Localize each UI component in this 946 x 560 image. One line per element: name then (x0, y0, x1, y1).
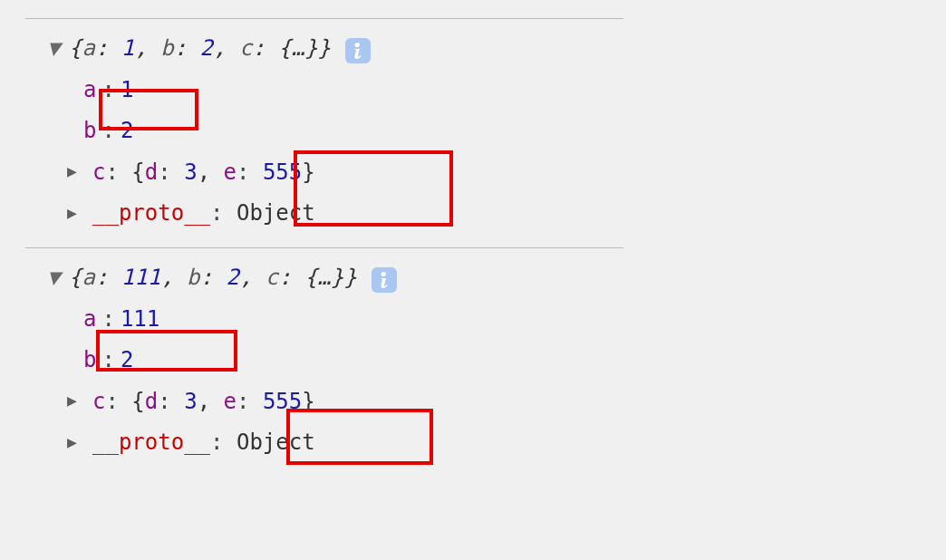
property-row[interactable]: a: 1 (22, 70, 924, 111)
summary-text: {a: 111, b: 2, c: {…}} (69, 257, 357, 299)
property-row[interactable]: b: 2 (22, 340, 924, 381)
disclosure-right-icon[interactable]: ▶ (67, 156, 83, 187)
property-row[interactable]: a: 111 (22, 299, 924, 341)
property-key: a (83, 299, 96, 341)
property-row-proto[interactable]: ▶ __proto__: Object (22, 193, 924, 235)
property-row-object[interactable]: ▶ c: {d: 3, e: 555} (22, 152, 924, 194)
summary-text: {a: 1, b: 2, c: {…}} (69, 28, 331, 70)
property-row-proto[interactable]: ▶ __proto__: Object (22, 422, 924, 464)
property-key: b (83, 111, 96, 152)
disclosure-down-icon[interactable]: ▼ (47, 28, 63, 70)
property-row[interactable]: b: 2 (22, 111, 924, 152)
property-key: b (83, 340, 96, 381)
property-key: a (83, 70, 96, 111)
proto-key: __proto__ (92, 430, 210, 455)
property-key: c (92, 159, 105, 185)
info-icon[interactable] (372, 267, 397, 293)
property-value: 2 (121, 340, 133, 381)
disclosure-right-icon[interactable]: ▶ (67, 385, 83, 416)
property-row-object[interactable]: ▶ c: {d: 3, e: 555} (22, 381, 924, 423)
proto-value: Object (236, 200, 315, 226)
property-value: 2 (121, 111, 133, 152)
property-key: c (92, 389, 105, 414)
property-value: 111 (121, 299, 159, 341)
disclosure-right-icon[interactable]: ▶ (67, 198, 83, 228)
info-icon[interactable] (345, 38, 371, 63)
proto-key: __proto__ (92, 200, 210, 226)
console-log-entry: ▼ {a: 1, b: 2, c: {…}} a: 1 b: 2 ▶ c: {d… (22, 19, 924, 247)
disclosure-right-icon[interactable]: ▶ (67, 427, 83, 458)
object-summary[interactable]: ▼ {a: 1, b: 2, c: {…}} (22, 28, 924, 70)
console-log-entry: ▼ {a: 111, b: 2, c: {…}} a: 111 b: 2 ▶ c… (22, 248, 924, 477)
property-value: 1 (121, 70, 133, 111)
disclosure-down-icon[interactable]: ▼ (47, 257, 63, 299)
proto-value: Object (236, 430, 315, 455)
object-summary[interactable]: ▼ {a: 111, b: 2, c: {…}} (22, 257, 924, 299)
